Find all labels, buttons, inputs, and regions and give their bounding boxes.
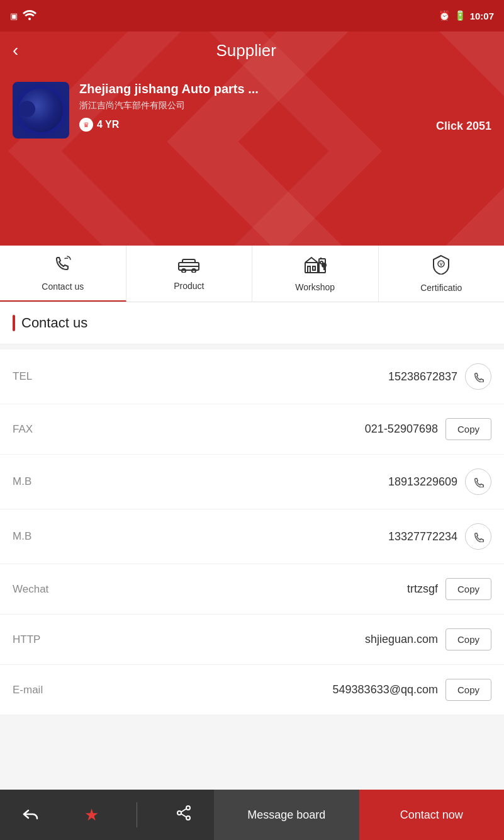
battery-icon: 🔋: [454, 10, 466, 21]
contact-row-mb2: M.B 13327772234: [0, 509, 504, 564]
value-http: shjieguan.com: [82, 633, 438, 646]
label-mb1: M.B: [13, 475, 82, 488]
avatar: [13, 82, 69, 139]
value-mb2: 13327772234: [82, 530, 457, 543]
favorite-button[interactable]: ★: [78, 799, 105, 831]
tab-certification[interactable]: V Certificatio: [379, 246, 505, 302]
contact-row-fax: FAX 021-52907698 Copy: [0, 404, 504, 455]
contact-row-email: E-mail 549383633@qq.com Copy: [0, 665, 504, 715]
contact-now-button[interactable]: Contact now: [359, 790, 505, 840]
section-title: Contact us: [21, 315, 87, 331]
value-wechat: trtzsgf: [82, 582, 438, 596]
divider: [137, 802, 137, 827]
section-header: Contact us: [0, 302, 504, 344]
call-button-mb2[interactable]: [465, 523, 491, 550]
label-wechat: Wechat: [13, 583, 82, 596]
page-title: Supplier: [28, 41, 464, 60]
contact-list: TEL 15238672837 FAX 021-52907698 Copy M.…: [0, 349, 504, 715]
tab-product-label: Product: [174, 281, 204, 291]
supplier-badge: ♛ 4 YR: [79, 118, 436, 132]
value-mb1: 18913229609: [82, 475, 457, 489]
label-http: HTTP: [13, 633, 82, 646]
label-mb2: M.B: [13, 530, 82, 543]
value-email: 549383633@qq.com: [82, 683, 438, 696]
svg-line-13: [181, 809, 186, 812]
tab-contact-us[interactable]: Contact us: [0, 246, 126, 302]
alarm-icon: ⏰: [439, 10, 451, 21]
value-fax: 021-52907698: [82, 423, 438, 436]
supplier-name: Zhejiang jishang Auto parts ...: [79, 82, 436, 96]
workshop-icon: [304, 255, 327, 278]
reply-button[interactable]: [16, 799, 46, 831]
svg-point-0: [28, 18, 31, 20]
contact-row-http: HTTP shjieguan.com Copy: [0, 615, 504, 665]
copy-button-wechat[interactable]: Copy: [445, 578, 491, 600]
supplier-details: Zhejiang jishang Auto parts ... 浙江吉尚汽车部件…: [79, 82, 436, 132]
copy-button-http[interactable]: Copy: [445, 628, 491, 650]
back-button[interactable]: ‹: [13, 40, 18, 60]
call-button-tel[interactable]: [465, 363, 491, 390]
call-button-mb1[interactable]: [465, 468, 491, 495]
label-tel: TEL: [13, 370, 82, 383]
contact-us-icon: [53, 254, 72, 278]
copy-button-fax[interactable]: Copy: [445, 418, 491, 440]
label-email: E-mail: [13, 684, 82, 696]
contact-row-wechat: Wechat trtzsgf Copy: [0, 564, 504, 615]
product-icon: [177, 257, 200, 277]
tab-workshop[interactable]: Workshop: [252, 246, 379, 302]
header-top: ‹ Supplier: [0, 31, 504, 69]
message-board-button[interactable]: Message board: [214, 790, 359, 840]
tab-contact-us-label: Contact us: [42, 281, 84, 292]
contact-row-tel: TEL 15238672837: [0, 349, 504, 404]
header-section: ‹ Supplier Zhejiang jishang Auto parts .…: [0, 31, 504, 246]
sim-icon: ▣: [10, 11, 18, 21]
section-indicator: [13, 315, 15, 331]
supplier-info: Zhejiang jishang Auto parts ... 浙江吉尚汽车部件…: [0, 69, 504, 139]
status-bar-left: ▣: [10, 10, 36, 22]
wifi-icon: [23, 10, 36, 22]
certification-icon: V: [432, 254, 450, 279]
svg-point-10: [186, 806, 190, 810]
tab-workshop-label: Workshop: [295, 282, 335, 292]
value-tel: 15238672837: [82, 370, 457, 383]
label-fax: FAX: [13, 423, 82, 436]
copy-button-email[interactable]: Copy: [445, 679, 491, 701]
click-count: Click 2051: [436, 120, 491, 133]
clock: 10:07: [470, 11, 494, 21]
tab-certification-label: Certificatio: [420, 283, 462, 293]
year-count: 4 YR: [97, 119, 119, 130]
contact-now-label: Contact now: [400, 809, 463, 822]
main-content: Contact us TEL 15238672837 FAX 021-52907…: [0, 302, 504, 790]
tab-product[interactable]: Product: [126, 246, 253, 302]
message-board-label: Message board: [247, 809, 325, 822]
svg-line-14: [181, 814, 186, 817]
svg-point-11: [177, 811, 181, 815]
nav-tabs: Contact us Product: [0, 246, 504, 302]
status-bar-right: ⏰ 🔋 10:07: [439, 10, 494, 21]
supplier-name-cn: 浙江吉尚汽车部件有限公司: [79, 100, 436, 111]
svg-text:V: V: [440, 262, 443, 266]
crown-icon: ♛: [79, 118, 93, 132]
contact-row-mb1: M.B 18913229609: [0, 455, 504, 509]
bottom-bar: ★ Message board Contact now: [0, 790, 504, 840]
bottom-left-actions: ★: [0, 790, 214, 840]
svg-point-12: [186, 816, 190, 820]
svg-point-7: [322, 263, 327, 268]
share-button[interactable]: [169, 798, 198, 832]
status-bar: ▣ ⏰ 🔋 10:07: [0, 0, 504, 31]
